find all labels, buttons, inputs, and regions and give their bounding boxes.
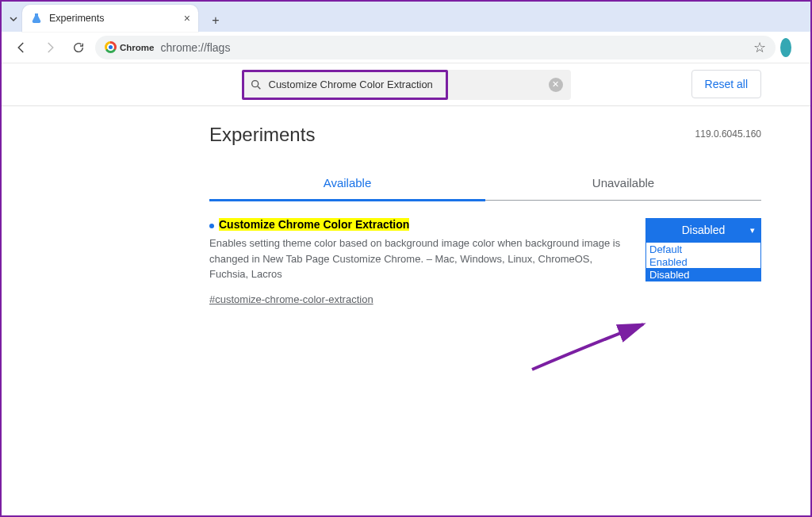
- reload-button[interactable]: [67, 36, 90, 59]
- tab-title: Experiments: [49, 13, 178, 24]
- forward-button[interactable]: [38, 36, 62, 59]
- back-button[interactable]: [10, 36, 33, 59]
- clear-search-icon[interactable]: ✕: [549, 78, 563, 92]
- flag-select-dropdown: Default Enabled Disabled: [645, 242, 761, 281]
- flag-item: Customize Chrome Color Extraction Enable…: [209, 218, 761, 306]
- chrome-version: 119.0.6045.160: [695, 128, 761, 140]
- flag-hash-link[interactable]: #customize-chrome-color-extraction: [209, 293, 373, 305]
- flags-search: ✕: [242, 70, 571, 100]
- flag-title: Customize Chrome Color Extraction: [219, 218, 409, 231]
- bookmark-star-icon[interactable]: ☆: [753, 39, 766, 56]
- flag-select-button[interactable]: Disabled ▾: [645, 218, 761, 242]
- flags-header-strip: ✕ Reset all: [2, 63, 810, 106]
- flag-select: Disabled ▾ Default Enabled Disabled: [645, 218, 761, 306]
- flag-select-value: Disabled: [682, 224, 725, 236]
- chevron-down-icon: ▾: [750, 225, 755, 236]
- browser-tab[interactable]: Experiments ×: [22, 5, 198, 32]
- bullet-icon: [209, 224, 214, 228]
- flags-tabs: Available Unavailable: [209, 168, 761, 201]
- annotation-arrow: [528, 320, 663, 376]
- new-tab-button[interactable]: +: [205, 10, 227, 32]
- search-icon: [250, 79, 262, 91]
- flask-icon: [30, 12, 43, 25]
- svg-point-0: [251, 80, 258, 86]
- profile-avatar[interactable]: [780, 36, 791, 59]
- page-title: Experiments: [209, 121, 761, 146]
- close-icon[interactable]: ×: [184, 12, 190, 25]
- option-default[interactable]: Default: [646, 243, 760, 255]
- browser-tab-strip: Experiments × +: [2, 2, 810, 32]
- chrome-icon: [105, 41, 117, 53]
- reset-all-button[interactable]: Reset all: [691, 70, 761, 98]
- tabs-dropdown-button[interactable]: [5, 6, 22, 32]
- tab-unavailable[interactable]: Unavailable: [485, 168, 761, 200]
- option-disabled[interactable]: Disabled: [646, 268, 760, 281]
- site-chip: Chrome: [105, 41, 154, 53]
- flag-description: Enables setting theme color based on bac…: [209, 236, 636, 282]
- flags-search-input[interactable]: [269, 79, 542, 90]
- url-text: chrome://flags: [160, 41, 230, 54]
- option-enabled[interactable]: Enabled: [646, 255, 760, 268]
- page-content: ✕ Reset all Experiments Available Unavai…: [2, 63, 810, 515]
- address-bar[interactable]: Chrome chrome://flags ☆: [95, 36, 776, 59]
- tab-available[interactable]: Available: [209, 168, 485, 201]
- site-chip-label: Chrome: [120, 43, 154, 52]
- browser-toolbar: Chrome chrome://flags ☆: [2, 32, 810, 63]
